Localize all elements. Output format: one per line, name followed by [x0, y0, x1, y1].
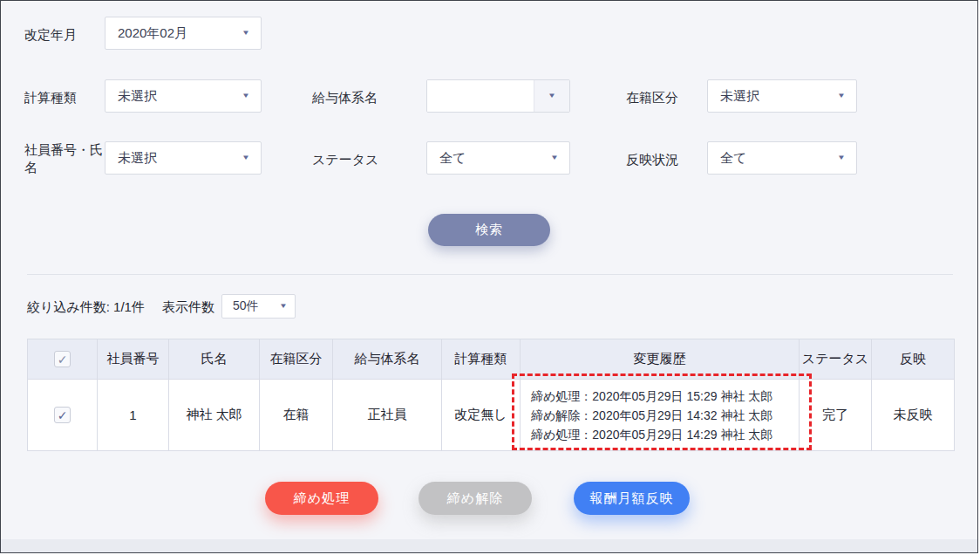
calc-type-label: 計算種類 — [24, 89, 77, 106]
chevron-down-icon: ▼ — [242, 92, 250, 99]
close-release-button[interactable]: 締め解除 — [419, 482, 532, 515]
cell-name: 神社 太郎 — [169, 380, 260, 450]
history-entry: 締め解除：2020年05月29日 14:32 神社 太郎 — [531, 406, 772, 425]
cell-reflection: 未反映 — [872, 380, 954, 450]
enrollment-select[interactable]: 未選択 ▼ — [707, 79, 857, 113]
chevron-down-icon: ▼ — [548, 92, 556, 99]
cell-history: 締め処理：2020年05月29日 15:29 神社 太郎 締め解除：2020年0… — [521, 380, 800, 450]
reflection-status-select[interactable]: 全て ▼ — [707, 141, 857, 175]
cell-status: 完了 — [800, 380, 872, 450]
header-calc-type: 計算種類 — [442, 339, 521, 379]
header-history: 変更履歴 — [521, 339, 800, 379]
row-select-cell: ✓ — [28, 380, 98, 450]
check-icon: ✓ — [58, 353, 68, 366]
history-entry: 締め処理：2020年05月29日 14:29 神社 太郎 — [531, 425, 772, 444]
cell-salary-system: 正社員 — [333, 380, 442, 450]
section-divider — [27, 274, 953, 275]
page-size-select[interactable]: 50件 ▼ — [221, 294, 296, 319]
check-icon: ✓ — [58, 409, 68, 421]
header-select-all-cell: ✓ — [28, 339, 98, 379]
chevron-down-icon: ▼ — [837, 92, 846, 99]
cell-calc-type: 改定無し — [442, 380, 521, 450]
history-entry: 締め処理：2020年05月29日 15:29 神社 太郎 — [531, 387, 772, 406]
chevron-down-icon: ▼ — [837, 154, 846, 161]
search-button[interactable]: 検索 — [428, 214, 550, 246]
chevron-down-icon: ▼ — [242, 154, 250, 161]
reflection-status-label: 反映状況 — [626, 151, 678, 168]
header-enrollment: 在籍区分 — [260, 339, 333, 379]
bottom-section-edge — [1, 539, 978, 553]
chevron-down-icon: ▼ — [279, 303, 288, 310]
header-status: ステータス — [800, 339, 872, 379]
page-size-value: 50件 — [233, 298, 279, 314]
employee-label: 社員番号・氏名 — [24, 141, 105, 176]
revision-month-select[interactable]: 2020年02月 ▼ — [105, 17, 262, 50]
chevron-down-icon: ▼ — [242, 30, 250, 37]
salary-system-value[interactable] — [427, 80, 534, 112]
reflection-status-value: 全て — [720, 150, 837, 167]
calc-type-select[interactable]: 未選択 ▼ — [105, 79, 262, 113]
row-checkbox[interactable]: ✓ — [54, 407, 71, 423]
enrollment-value: 未選択 — [720, 88, 837, 105]
filtered-count-text: 絞り込み件数: 1/1件 — [27, 299, 145, 316]
cell-employee-no: 1 — [98, 380, 169, 450]
revision-month-label: 改定年月 — [24, 26, 77, 44]
chevron-down-icon: ▼ — [550, 154, 559, 161]
enrollment-label: 在籍区分 — [626, 89, 678, 106]
results-table: ✓ 社員番号 氏名 在籍区分 給与体系名 計算種類 変更履歴 ステータス 反映 … — [27, 339, 955, 451]
table-row: ✓ 1 神社 太郎 在籍 正社員 改定無し 締め処理：2020年05月29日 1… — [28, 380, 954, 450]
revision-month-value: 2020年02月 — [118, 25, 242, 42]
status-select[interactable]: 全て ▼ — [426, 141, 570, 175]
select-all-checkbox[interactable]: ✓ — [54, 351, 71, 367]
status-label: ステータス — [312, 151, 378, 168]
header-reflection: 反映 — [872, 339, 954, 379]
status-value: 全て — [439, 150, 550, 167]
table-header-row: ✓ 社員番号 氏名 在籍区分 給与体系名 計算種類 変更履歴 ステータス 反映 — [28, 339, 954, 380]
header-salary-system: 給与体系名 — [333, 339, 442, 379]
cell-enrollment: 在籍 — [260, 380, 333, 450]
employee-value: 未選択 — [118, 150, 242, 167]
header-employee-no: 社員番号 — [98, 339, 169, 379]
salary-system-dropdown-button[interactable]: ▼ — [534, 80, 569, 112]
reflect-monthly-button[interactable]: 報酬月額反映 — [574, 482, 690, 515]
page-size-label: 表示件数 — [162, 299, 214, 316]
close-process-button[interactable]: 締め処理 — [265, 482, 378, 515]
salary-system-combobox[interactable]: ▼ — [426, 79, 570, 113]
payroll-revision-screen: 改定年月 2020年02月 ▼ 計算種類 未選択 ▼ 給与体系名 ▼ 在籍区分 … — [0, 0, 978, 553]
header-name: 氏名 — [169, 339, 260, 379]
calc-type-value: 未選択 — [118, 88, 242, 105]
employee-select[interactable]: 未選択 ▼ — [105, 141, 262, 175]
salary-system-label: 給与体系名 — [312, 89, 378, 106]
